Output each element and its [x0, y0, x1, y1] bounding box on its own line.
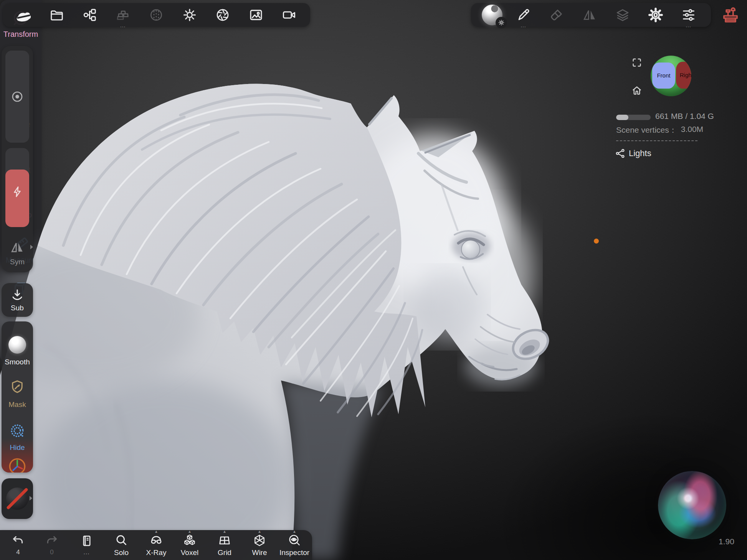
sub-button[interactable]: Sub: [2, 283, 33, 317]
fullscreen-button[interactable]: [631, 57, 643, 68]
memory-usage-label: 661 MB / 1.04 G: [655, 112, 714, 121]
redo-button[interactable]: 0: [35, 530, 68, 560]
gear-icon: [647, 7, 664, 23]
left-tools-panel: Smooth Mask Hide: [2, 321, 33, 473]
lighting-button[interactable]: [173, 3, 207, 27]
radius-slider[interactable]: [5, 51, 29, 143]
layers-button[interactable]: [606, 3, 639, 27]
redo-count: 0: [50, 548, 53, 556]
wireframe-icon: [253, 534, 266, 547]
mask-label: Mask: [2, 400, 33, 409]
nav-right-label: Right: [680, 72, 691, 78]
matcap-settings-badge[interactable]: [496, 17, 507, 28]
nav-face-front[interactable]: Front: [652, 63, 675, 89]
history-more-label: …: [83, 548, 90, 556]
home-view-button[interactable]: [631, 85, 643, 96]
siri-orb: [658, 471, 726, 539]
topology-button[interactable]: …: [107, 3, 140, 27]
voxel-cubes-icon: [183, 534, 197, 547]
sliders-more-label: …: [672, 22, 705, 28]
history-book-button[interactable]: …: [70, 530, 103, 560]
hide-tool[interactable]: [2, 423, 33, 439]
xray-goggles-icon: [149, 534, 163, 547]
matcap-button[interactable]: [477, 3, 507, 27]
xray-label: X-Ray: [146, 548, 167, 557]
lightning-icon: [10, 185, 24, 199]
no-brush-caret[interactable]: [30, 496, 32, 501]
background-image-button[interactable]: [240, 3, 273, 27]
lights-label: Lights: [629, 148, 651, 158]
smooth-tool[interactable]: [2, 336, 33, 354]
sub-label: Sub: [11, 304, 24, 312]
orientation-sphere[interactable]: Front Right: [651, 56, 691, 96]
top-left-toolbar: …: [3, 3, 310, 27]
voxel-menu-caret: ▲: [188, 530, 192, 534]
wire-toggle[interactable]: ▲ Wire: [243, 530, 276, 560]
symmetry-sym-icon: [10, 240, 25, 255]
scene-graph-button[interactable]: [73, 3, 107, 27]
nomad-sculpt-app: …: [0, 0, 747, 560]
status-divider: [616, 140, 697, 141]
undo-button[interactable]: 4: [2, 530, 35, 560]
wire-label: Wire: [252, 548, 267, 557]
voxel-button[interactable]: ▲ Voxel: [173, 530, 206, 560]
sun-icon: [182, 8, 197, 22]
sym-label: Sym: [2, 258, 33, 266]
wire-menu-caret: ▲: [258, 530, 261, 534]
sub-division-icon: [10, 288, 25, 302]
sym-expand-caret[interactable]: [30, 245, 33, 249]
symmetry-button[interactable]: [573, 3, 606, 27]
memory-progress-bar: [616, 115, 651, 120]
mask-tool[interactable]: [2, 379, 33, 395]
inspector-button[interactable]: ▲ Inspector: [278, 530, 311, 560]
interface-sliders-button[interactable]: …: [672, 3, 705, 27]
toolbox-icon: [721, 6, 740, 24]
camera-button[interactable]: [273, 3, 306, 27]
video-camera-icon: [282, 8, 296, 22]
intensity-slider[interactable]: [5, 148, 29, 227]
files-button[interactable]: [40, 3, 74, 27]
hide-dotted-icon: [9, 423, 25, 439]
symmetry-icon: [582, 8, 597, 22]
grid-icon: [218, 534, 231, 547]
no-brush-slot[interactable]: [2, 478, 33, 519]
settings-button[interactable]: [639, 3, 672, 27]
left-slider-panel: Sym: [2, 46, 33, 272]
undo-count: 4: [16, 548, 20, 556]
brush-tool-button[interactable]: …: [507, 3, 540, 27]
version-label: 1.90: [719, 537, 734, 546]
postprocess-button[interactable]: [206, 3, 240, 27]
notebook-icon: [80, 534, 93, 547]
toolbox-button[interactable]: [721, 6, 740, 24]
mask-shield-icon: [9, 379, 25, 395]
memory-progress-fill: [616, 115, 628, 120]
paintbrush-icon: [549, 8, 564, 22]
solo-magnifier-icon: [114, 534, 128, 547]
voxel-label: Voxel: [181, 548, 198, 557]
gizmo-tool-partial[interactable]: [7, 456, 27, 473]
solo-label: Solo: [114, 548, 129, 557]
scene-vertices-value: 3.00M: [681, 125, 703, 135]
material-button[interactable]: [140, 3, 173, 27]
bricks-icon: [116, 8, 131, 22]
topology-more-label: …: [107, 22, 140, 28]
top-right-toolbar: …: [471, 3, 711, 27]
undo-icon: [12, 534, 25, 547]
grid-label: Grid: [218, 548, 231, 557]
smooth-label: Smooth: [2, 358, 33, 366]
sym-toggle[interactable]: [10, 240, 25, 255]
nomad-logo-button[interactable]: [7, 3, 40, 27]
paint-tool-button[interactable]: [540, 3, 573, 27]
hide-label: Hide: [2, 443, 33, 452]
layers-icon: [615, 8, 630, 22]
light-handle-dot[interactable]: [594, 239, 599, 244]
lights-button[interactable]: Lights: [615, 148, 651, 159]
smooth-sphere-icon: [8, 336, 26, 354]
horse-sculpture: [0, 0, 747, 560]
solo-toggle[interactable]: Solo: [105, 530, 138, 560]
grid-toggle[interactable]: ▲ Grid: [208, 530, 241, 560]
viewport-canvas[interactable]: [0, 0, 747, 560]
nav-front-label: Front: [657, 72, 670, 79]
home-icon: [631, 85, 643, 96]
xray-toggle[interactable]: ▲ X-Ray: [140, 530, 173, 560]
